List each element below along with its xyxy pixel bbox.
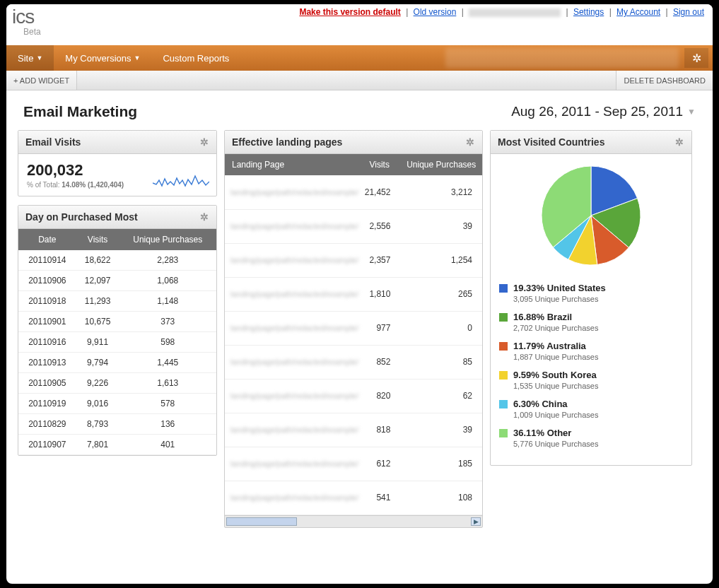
- col-visits[interactable]: Visits: [76, 229, 119, 250]
- table-row[interactable]: 2011091418,6222,283: [18, 250, 216, 271]
- date-range-picker[interactable]: Aug 26, 2011 - Sep 25, 2011 ▼: [511, 104, 696, 119]
- col-unique-purchases[interactable]: Unique Purchases: [400, 154, 482, 175]
- brand-logo: ics: [12, 6, 34, 28]
- nav-label: Custom Reports: [163, 53, 229, 64]
- top-header: ics Beta Make this version default | Old…: [6, 4, 713, 45]
- color-swatch: [499, 313, 508, 322]
- table-row[interactable]: landing/page/path/redacted/example/categ…: [225, 345, 482, 379]
- delete-dashboard-button[interactable]: DELETE DASHBOARD: [616, 71, 713, 90]
- legend-label: 36.11% Other: [513, 428, 571, 438]
- col-landing-page[interactable]: Landing Page: [225, 154, 358, 175]
- legend-label: 16.88% Brazil: [513, 312, 572, 322]
- date-range-text: Aug 26, 2011 - Sep 25, 2011: [511, 104, 683, 119]
- legend-sublabel: 1,887 Unique Purchases: [513, 353, 684, 361]
- horizontal-scrollbar[interactable]: ▶: [225, 515, 482, 527]
- legend-sublabel: 1,009 Unique Purchases: [513, 411, 684, 419]
- sparkline-chart: [153, 172, 209, 190]
- widget-email-visits: Email Visits ✲ 200,032 % of Total: 14.08…: [18, 130, 217, 196]
- color-swatch: [499, 342, 508, 351]
- gear-icon: ✲: [200, 136, 209, 148]
- table-row[interactable]: landing/page/path/redacted/example/categ…: [225, 379, 482, 413]
- nav-label: Site: [18, 53, 33, 64]
- legend-item[interactable]: 36.11% Other5,776 Unique Purchases: [499, 428, 684, 448]
- legend-sublabel: 3,095 Unique Purchases: [513, 295, 684, 303]
- gear-icon: ✲: [466, 136, 474, 148]
- table-row[interactable]: 201109059,2261,613: [18, 373, 216, 394]
- add-widget-button[interactable]: + ADD WIDGET: [6, 71, 77, 90]
- legend-label: 19.33% United States: [513, 283, 606, 293]
- pie-legend: 19.33% United States3,095 Unique Purchas…: [491, 283, 691, 465]
- nav-label: My Conversions: [65, 53, 131, 64]
- table-row[interactable]: 2011091811,2931,148: [18, 291, 216, 312]
- chevron-down-icon: ▼: [134, 54, 141, 61]
- brand-sub: Beta: [23, 27, 41, 37]
- widget-title: Most Visited Countries: [498, 136, 604, 148]
- table-landing-pages: Landing Page Visits Unique Purchases lan…: [225, 154, 482, 515]
- table-row[interactable]: 201109077,801401: [18, 435, 216, 455]
- color-swatch: [499, 429, 508, 437]
- scroll-right-arrow[interactable]: ▶: [471, 517, 481, 526]
- nav-custom-reports[interactable]: Custom Reports: [151, 45, 240, 71]
- legend-item[interactable]: 9.59% South Korea1,535 Unique Purchases: [499, 370, 684, 390]
- widget-settings-button[interactable]: ✲: [673, 136, 686, 148]
- table-row[interactable]: landing/page/path/redacted/example/categ…: [225, 243, 482, 277]
- legend-sublabel: 2,702 Unique Purchases: [513, 324, 684, 332]
- table-row[interactable]: landing/page/path/redacted/example/categ…: [225, 277, 482, 311]
- site-selector-blurred[interactable]: [445, 48, 679, 68]
- col-unique-purchases[interactable]: Unique Purchases: [119, 229, 217, 250]
- nav-my-conversions[interactable]: My Conversions ▼: [54, 45, 151, 71]
- link-sign-out[interactable]: Sign out: [673, 7, 704, 17]
- widget-countries: Most Visited Countries ✲ 19.33% United S…: [490, 130, 692, 466]
- table-row[interactable]: landing/page/path/redacted/example/categ…: [225, 209, 482, 243]
- title-row: Email Marketing Aug 26, 2011 - Sep 25, 2…: [6, 90, 713, 130]
- widget-settings-button[interactable]: ✲: [464, 136, 477, 148]
- table-row[interactable]: landing/page/path/redacted/example/categ…: [225, 447, 482, 481]
- col-visits[interactable]: Visits: [358, 154, 401, 175]
- table-row[interactable]: 201109169,911598: [18, 332, 216, 353]
- gear-icon: ✲: [692, 52, 701, 65]
- link-old-version[interactable]: Old version: [414, 7, 457, 17]
- top-links: Make this version default | Old version …: [299, 7, 704, 17]
- table-row[interactable]: landing/page/path/redacted/example/categ…: [225, 481, 482, 514]
- table-row[interactable]: landing/page/path/redacted/example/categ…: [225, 311, 482, 345]
- legend-item[interactable]: 6.30% China1,009 Unique Purchases: [499, 399, 684, 419]
- table-row[interactable]: 201109199,016578: [18, 394, 216, 414]
- account-email-blurred: [469, 8, 561, 17]
- legend-item[interactable]: 19.33% United States3,095 Unique Purchas…: [499, 283, 684, 303]
- widget-title: Effective landing pages: [232, 136, 342, 148]
- scrollbar-thumb[interactable]: [226, 517, 297, 526]
- table-row[interactable]: 201109139,7941,445: [18, 353, 216, 373]
- gear-icon: ✲: [200, 211, 209, 223]
- legend-label: 6.30% China: [513, 399, 568, 409]
- chevron-down-icon: ▼: [36, 54, 42, 61]
- table-row[interactable]: 2011090110,675373: [18, 312, 216, 332]
- dashboard-toolbar: + ADD WIDGET DELETE DASHBOARD: [6, 71, 713, 90]
- chevron-down-icon: ▼: [687, 107, 696, 117]
- color-swatch: [499, 371, 508, 380]
- legend-label: 9.59% South Korea: [513, 370, 597, 380]
- legend-label: 11.79% Australia: [513, 341, 586, 351]
- widget-title: Day on Purchased Most: [25, 211, 138, 223]
- legend-item[interactable]: 11.79% Australia1,887 Unique Purchases: [499, 341, 684, 361]
- widget-settings-button[interactable]: ✲: [198, 136, 211, 148]
- legend-sublabel: 5,776 Unique Purchases: [513, 440, 684, 448]
- page-title: Email Marketing: [23, 103, 137, 120]
- col-date[interactable]: Date: [18, 229, 76, 250]
- table-day-purchased: Date Visits Unique Purchases 2011091418,…: [18, 229, 216, 455]
- widget-settings-button[interactable]: ✲: [198, 211, 211, 223]
- nav-site[interactable]: Site ▼: [6, 45, 54, 71]
- legend-item[interactable]: 16.88% Brazil2,702 Unique Purchases: [499, 312, 684, 332]
- widget-landing-pages: Effective landing pages ✲ Landing Page V…: [224, 130, 483, 528]
- link-make-default[interactable]: Make this version default: [299, 7, 400, 17]
- table-row[interactable]: landing/page/path/redacted/example/categ…: [225, 413, 482, 447]
- table-row[interactable]: 2011090612,0971,068: [18, 271, 216, 291]
- table-row[interactable]: landing/page/path/redacted/example/categ…: [225, 175, 482, 209]
- widget-day-purchased: Day on Purchased Most ✲ Date Visits Uniq…: [18, 205, 217, 456]
- table-row[interactable]: 201108298,793136: [18, 414, 216, 435]
- main-nav: Site ▼ My Conversions ▼ Custom Reports ✲: [6, 45, 713, 71]
- nav-settings-button[interactable]: ✲: [684, 48, 708, 68]
- link-settings[interactable]: Settings: [573, 7, 604, 17]
- link-my-account[interactable]: My Account: [616, 7, 660, 17]
- gear-icon: ✲: [675, 136, 684, 148]
- color-swatch: [499, 400, 508, 408]
